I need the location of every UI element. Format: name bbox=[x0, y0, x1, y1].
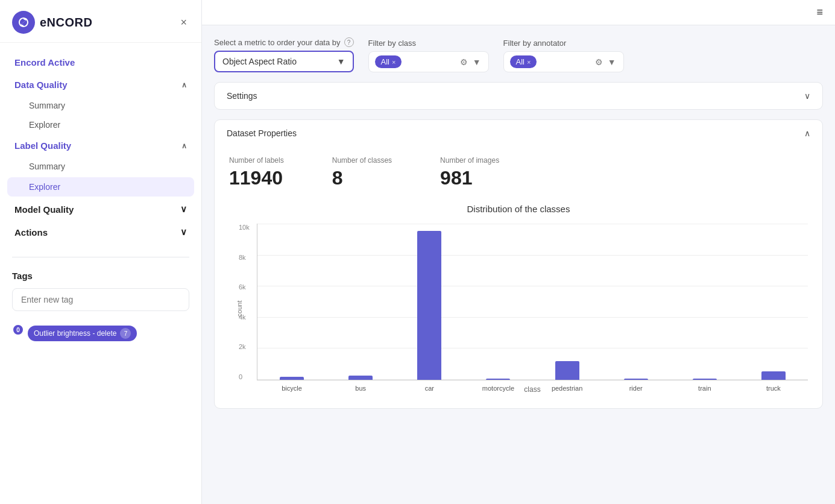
chart-title: Distribution of the classes bbox=[229, 204, 808, 214]
settings-card: Settings ∨ bbox=[214, 82, 823, 110]
bar-group: motorcycle bbox=[470, 379, 526, 380]
tag-chip-count: 7 bbox=[120, 328, 131, 339]
bar-wrapper: truck bbox=[761, 371, 786, 380]
chevron-down-icon: ∨ bbox=[180, 204, 187, 215]
annotator-chip-actions: ⚙ ▼ bbox=[594, 56, 617, 68]
metric-select[interactable]: Object Aspect Ratio ▼ bbox=[214, 51, 354, 72]
sidebar-item-label-quality[interactable]: Label Quality ∧ bbox=[0, 134, 201, 157]
topbar: ≡ bbox=[202, 0, 835, 25]
class-filter-dropdown-button[interactable]: ▼ bbox=[471, 56, 482, 68]
y-label-0: 0 bbox=[239, 373, 250, 380]
filter-row: Select a metric to order your data by ? … bbox=[214, 37, 823, 72]
bar-label: bicycle bbox=[282, 385, 302, 392]
annotator-filter-settings-button[interactable]: ⚙ bbox=[594, 56, 604, 68]
metric-filter-label: Select a metric to order your data by ? bbox=[214, 37, 354, 47]
hamburger-button[interactable]: ≡ bbox=[816, 6, 823, 19]
chevron-down-icon-2: ∨ bbox=[180, 227, 187, 238]
bar-group: pedestrian bbox=[539, 361, 596, 380]
annotator-filter-container: All × ⚙ ▼ bbox=[503, 51, 624, 72]
logo-text: eNCORD bbox=[40, 16, 92, 30]
annotator-filter-group: Filter by annotator All × ⚙ ▼ bbox=[503, 39, 624, 72]
y-label-8k: 8k bbox=[239, 254, 250, 261]
bar-group: rider bbox=[608, 379, 664, 380]
bar-group: bicycle bbox=[263, 377, 320, 380]
logo-icon bbox=[12, 11, 35, 34]
sidebar-header: eNCORD × bbox=[0, 0, 201, 43]
sidebar: eNCORD × Encord Active Data Quality ∧ Su… bbox=[0, 0, 202, 504]
bar-group: car bbox=[401, 231, 458, 380]
bar-label: car bbox=[425, 385, 434, 392]
annotator-filter-dropdown-button[interactable]: ▼ bbox=[607, 56, 617, 68]
gridline-6k bbox=[257, 286, 808, 286]
bar-group: truck bbox=[745, 371, 802, 380]
content-area: Select a metric to order your data by ? … bbox=[202, 25, 835, 504]
bar-wrapper: rider bbox=[624, 379, 648, 380]
bar-rect bbox=[761, 371, 786, 380]
sidebar-item-actions[interactable]: Actions ∨ bbox=[0, 221, 201, 244]
y-label-6k: 6k bbox=[239, 283, 250, 291]
bars-area: bicyclebuscarmotorcyclepedestrianridertr… bbox=[257, 224, 808, 380]
y-label-2k: 2k bbox=[239, 343, 250, 350]
chevron-up-icon-2: ∧ bbox=[181, 142, 187, 150]
bar-rect bbox=[693, 379, 717, 380]
num-images-value: 981 bbox=[440, 167, 499, 189]
num-labels-prop: Number of labels 11940 bbox=[229, 156, 284, 189]
tag-input[interactable] bbox=[12, 288, 189, 311]
bar-rect bbox=[624, 379, 648, 380]
bar-wrapper: bicycle bbox=[280, 377, 304, 380]
sidebar-item-data-quality-summary[interactable]: Summary bbox=[0, 96, 201, 115]
class-filter-chip[interactable]: All × bbox=[375, 55, 402, 68]
bar-wrapper: car bbox=[417, 231, 441, 380]
tags-label: Tags bbox=[12, 271, 189, 281]
annotator-chip-close-icon[interactable]: × bbox=[527, 58, 531, 66]
bar-wrapper: motorcycle bbox=[486, 379, 510, 380]
chart-section: Distribution of the classes count 0 2k 4… bbox=[229, 204, 808, 394]
bar-rect bbox=[555, 361, 579, 380]
num-classes-label: Number of classes bbox=[332, 156, 392, 165]
gridline-2k bbox=[257, 348, 808, 348]
x-axis-title: class bbox=[257, 385, 808, 394]
dataset-props: Number of labels 11940 Number of classes… bbox=[229, 156, 808, 189]
dataset-card-title: Dataset Properties bbox=[227, 128, 297, 138]
sidebar-item-label-quality-summary[interactable]: Summary bbox=[0, 157, 201, 176]
class-filter-container: All × ⚙ ▼ bbox=[368, 51, 489, 72]
class-chip-close-icon[interactable]: × bbox=[392, 58, 395, 66]
annotator-filter-chip[interactable]: All × bbox=[510, 55, 537, 68]
sidebar-item-encord-active[interactable]: Encord Active bbox=[0, 51, 201, 74]
metric-help-icon[interactable]: ? bbox=[344, 37, 354, 47]
bar-rect bbox=[486, 379, 510, 380]
main-content: ≡ Select a metric to order your data by … bbox=[202, 0, 835, 504]
settings-card-title: Settings bbox=[227, 91, 257, 101]
class-chip-actions: ⚙ ▼ bbox=[459, 56, 482, 68]
bar-label: pedestrian bbox=[552, 385, 582, 392]
dataset-card-header[interactable]: Dataset Properties ∧ bbox=[215, 120, 822, 146]
settings-card-header[interactable]: Settings ∨ bbox=[215, 83, 822, 109]
bar-rect bbox=[280, 377, 304, 380]
tags-section: Tags 0 Outlier brightness - delete 7 bbox=[0, 262, 201, 350]
bar-label: bus bbox=[355, 385, 366, 392]
sidebar-item-model-quality[interactable]: Model Quality ∨ bbox=[0, 198, 201, 221]
num-classes-prop: Number of classes 8 bbox=[332, 156, 392, 189]
bar-label: truck bbox=[766, 385, 781, 392]
class-filter-group: Filter by class All × ⚙ ▼ bbox=[368, 39, 489, 72]
tag-chip[interactable]: Outlier brightness - delete 7 bbox=[28, 326, 137, 341]
bar-label: motorcycle bbox=[482, 385, 514, 392]
bar-wrapper: pedestrian bbox=[555, 361, 579, 380]
settings-chevron-icon: ∨ bbox=[804, 91, 810, 101]
bar-group: bus bbox=[332, 376, 389, 380]
sidebar-item-data-quality-explorer[interactable]: Explorer bbox=[0, 115, 201, 134]
tag-o-badge: 0 bbox=[12, 324, 24, 336]
num-labels-label: Number of labels bbox=[229, 156, 284, 165]
y-label-4k: 4k bbox=[239, 313, 250, 321]
num-labels-value: 11940 bbox=[229, 167, 284, 189]
class-filter-settings-button[interactable]: ⚙ bbox=[459, 56, 469, 68]
num-classes-value: 8 bbox=[332, 167, 392, 189]
chevron-up-icon: ∧ bbox=[181, 81, 187, 89]
sidebar-item-data-quality[interactable]: Data Quality ∧ bbox=[0, 74, 201, 96]
close-button[interactable]: × bbox=[178, 14, 189, 31]
sidebar-item-label-quality-explorer[interactable]: Explorer bbox=[7, 177, 194, 197]
y-label-10k: 10k bbox=[239, 224, 250, 231]
dataset-card-body: Number of labels 11940 Number of classes… bbox=[215, 146, 822, 408]
logo-area: eNCORD bbox=[12, 11, 92, 34]
annotator-filter-label: Filter by annotator bbox=[503, 39, 624, 48]
